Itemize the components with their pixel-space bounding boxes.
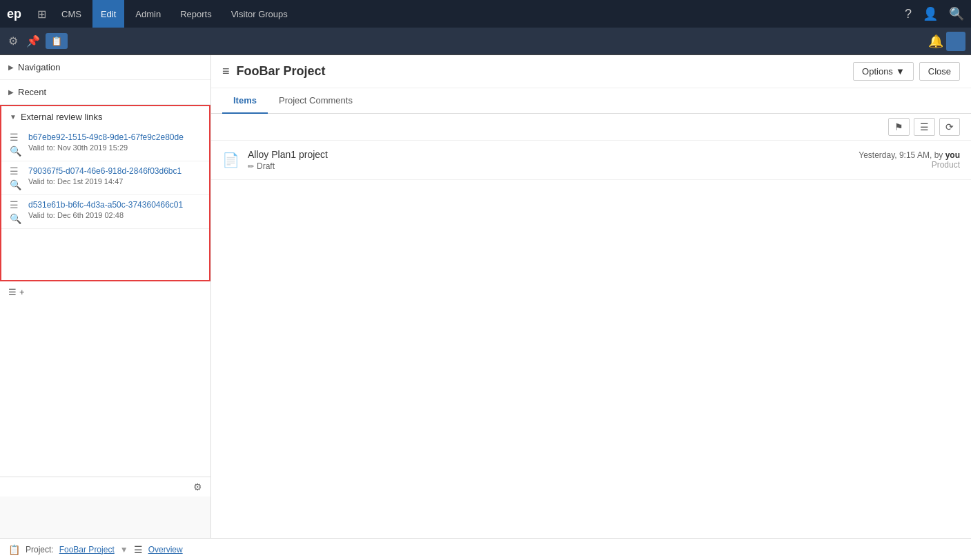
- options-button[interactable]: Options ▼: [853, 62, 914, 81]
- list-icon-2[interactable]: ☰: [10, 166, 21, 177]
- review-item: ☰ 🔍 b67ebe92-1515-49c8-9de1-67fe9c2e80de…: [1, 128, 209, 161]
- status-bar-prefix: Project:: [26, 545, 54, 554]
- external-review-header[interactable]: ▼ External review links: [1, 106, 209, 128]
- topbar-reports-btn[interactable]: Reports: [172, 0, 220, 28]
- status-bar: 📋 Project: FooBar Project ▼ ☰ Overview: [0, 538, 971, 560]
- topbar: ep ⊞ CMS Edit Admin Reports Visitor Grou…: [0, 0, 971, 28]
- content-item-category: Product: [859, 160, 960, 170]
- user-icon[interactable]: 👤: [923, 6, 938, 21]
- content-title: FooBar Project: [237, 64, 847, 79]
- add-label: +: [19, 287, 25, 297]
- review-item-1-valid: Valid to: Nov 30th 2019 15:29: [28, 143, 184, 152]
- content-item-info: Alloy Plan1 project ✏ Draft: [248, 149, 850, 171]
- review-item-3-valid: Valid to: Dec 6th 2019 02:48: [28, 211, 183, 219]
- topbar-admin-btn[interactable]: Admin: [127, 0, 169, 28]
- content-header: ≡ FooBar Project Options ▼ Close: [211, 55, 971, 88]
- content-area: ≡ FooBar Project Options ▼ Close Items P…: [211, 55, 971, 538]
- status-bar-project-link[interactable]: FooBar Project: [59, 545, 115, 554]
- status-bar-menu-icon[interactable]: ☰: [134, 544, 143, 555]
- sidebar-gear-icon[interactable]: ⚙: [193, 481, 202, 492]
- content-header-actions: Options ▼ Close: [853, 62, 960, 81]
- logo: ep: [7, 7, 29, 21]
- settings-icon[interactable]: ⚙: [6, 32, 21, 50]
- content-item-author: you: [945, 150, 960, 160]
- topbar-edit-btn[interactable]: Edit: [92, 0, 124, 28]
- status-bar-dropdown-icon[interactable]: ▼: [120, 545, 128, 554]
- topbar-visitor-groups-btn[interactable]: Visitor Groups: [223, 0, 296, 28]
- file-icon: 📄: [222, 152, 239, 168]
- active-tab-btn[interactable]: 📋: [46, 33, 68, 49]
- navigation-section: ▶ Navigation: [0, 55, 210, 80]
- review-item-2-link[interactable]: 790367f5-d074-46e6-918d-2846f03d6bc1: [28, 166, 182, 176]
- review-item-2-icons: ☰ 🔍: [10, 166, 21, 190]
- topbar-cms-btn[interactable]: CMS: [53, 0, 90, 28]
- navigation-label: Navigation: [18, 62, 60, 72]
- review-item-3-icons: ☰ 🔍: [10, 199, 21, 224]
- add-icon: ☰: [8, 287, 17, 297]
- list-icon-1[interactable]: ☰: [10, 132, 21, 143]
- content-item-timestamp: Yesterday, 9:15 AM, by you: [859, 150, 960, 160]
- pin-icon[interactable]: 📌: [23, 32, 43, 50]
- list-icon-3[interactable]: ☰: [10, 199, 21, 210]
- review-item-3-link[interactable]: d531e61b-b6fc-4d3a-a50c-374360466c01: [28, 200, 183, 210]
- external-review-chevron: ▼: [10, 113, 17, 121]
- review-item: ☰ 🔍 790367f5-d074-46e6-918d-2846f03d6bc1…: [1, 161, 209, 195]
- draft-pencil-icon: ✏: [248, 162, 254, 171]
- recent-chevron: ▶: [8, 88, 14, 96]
- review-item-2-content: 790367f5-d074-46e6-918d-2846f03d6bc1 Val…: [28, 166, 182, 186]
- close-button[interactable]: Close: [919, 62, 960, 81]
- sidebar-spacer: [0, 303, 210, 477]
- content-list-item[interactable]: 📄 Alloy Plan1 project ✏ Draft Yesterday,…: [211, 141, 971, 180]
- content-list: 📄 Alloy Plan1 project ✏ Draft Yesterday,…: [211, 141, 971, 538]
- search-icon-1[interactable]: 🔍: [10, 146, 21, 157]
- user-avatar[interactable]: [946, 32, 965, 51]
- secondbar: ⚙ 📌 📋 🔔: [0, 28, 971, 55]
- content-item-status: ✏ Draft: [248, 161, 850, 171]
- main-layout: ▶ Navigation ▶ Recent ▼ External review …: [0, 55, 971, 538]
- external-review-label: External review links: [21, 112, 103, 122]
- external-review-section: ▼ External review links ☰ 🔍 b67ebe92-151…: [0, 105, 210, 281]
- sidebar-bottom: ⚙: [0, 477, 210, 497]
- search-icon-2[interactable]: 🔍: [10, 179, 21, 190]
- recent-header[interactable]: ▶ Recent: [0, 80, 210, 104]
- content-header-icon: ≡: [222, 64, 230, 79]
- status-bar-icon: 📋: [8, 544, 20, 555]
- navigation-header[interactable]: ▶ Navigation: [0, 55, 210, 79]
- recent-label: Recent: [18, 87, 46, 97]
- review-item-1-link[interactable]: b67ebe92-1515-49c8-9de1-67fe9c2e80de: [28, 132, 184, 142]
- content-item-status-label: Draft: [257, 161, 275, 171]
- content-tabs: Items Project Comments: [211, 88, 971, 114]
- options-chevron-icon: ▼: [896, 66, 905, 77]
- content-toolbar: ⚑ ☰ ⟳: [211, 114, 971, 141]
- review-item-2-valid: Valid to: Dec 1st 2019 14:47: [28, 177, 182, 186]
- options-label: Options: [862, 66, 893, 77]
- flag-toolbar-btn[interactable]: ⚑: [888, 118, 910, 136]
- search-icon-3[interactable]: 🔍: [10, 213, 21, 224]
- active-tab-icon: 📋: [51, 36, 62, 46]
- search-icon[interactable]: 🔍: [949, 6, 964, 21]
- review-item-3-content: d531e61b-b6fc-4d3a-a50c-374360466c01 Val…: [28, 199, 183, 219]
- sidebar-blank-area: [0, 497, 210, 538]
- content-item-meta: Yesterday, 9:15 AM, by you Product: [859, 150, 960, 170]
- bell-icon[interactable]: 🔔: [928, 34, 943, 49]
- content-item-name: Alloy Plan1 project: [248, 149, 850, 160]
- review-item-1-content: b67ebe92-1515-49c8-9de1-67fe9c2e80de Val…: [28, 132, 184, 152]
- grid-icon[interactable]: ⊞: [37, 8, 46, 21]
- refresh-toolbar-btn[interactable]: ⟳: [939, 118, 960, 136]
- list-toolbar-btn[interactable]: ☰: [914, 118, 935, 136]
- add-review-link-btn[interactable]: ☰ +: [0, 281, 210, 303]
- review-item-1-icons: ☰ 🔍: [10, 132, 21, 157]
- tab-project-comments[interactable]: Project Comments: [268, 88, 364, 114]
- tab-items[interactable]: Items: [222, 88, 268, 114]
- navigation-chevron: ▶: [8, 63, 14, 71]
- status-bar-overview-link[interactable]: Overview: [148, 545, 183, 554]
- recent-section: ▶ Recent: [0, 80, 210, 105]
- help-icon[interactable]: ?: [905, 7, 912, 21]
- sidebar: ▶ Navigation ▶ Recent ▼ External review …: [0, 55, 211, 538]
- review-item: ☰ 🔍 d531e61b-b6fc-4d3a-a50c-374360466c01…: [1, 195, 209, 229]
